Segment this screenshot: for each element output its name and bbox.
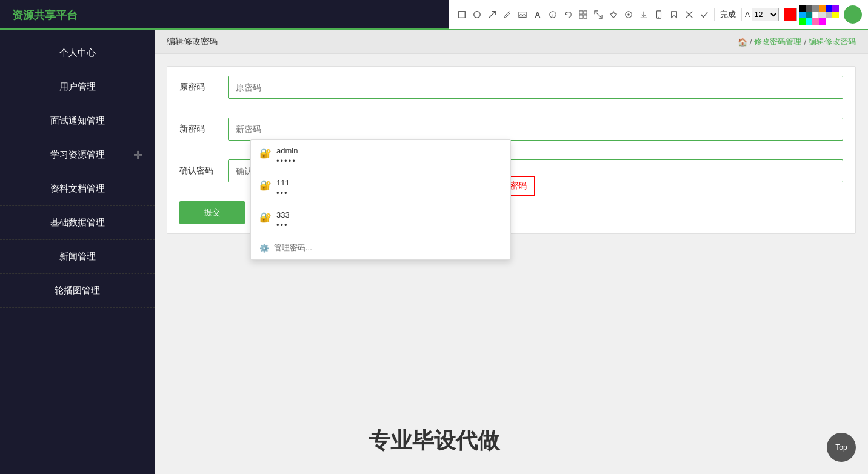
color-palette bbox=[799, 5, 839, 25]
autocomplete-dropdown: 🔐 admin ••••• 🔐 111 ••• 🔐 333 ••• ⚙️ 管理密… bbox=[250, 139, 511, 260]
svg-rect-7 bbox=[579, 11, 583, 14]
manage-label: 管理密码... bbox=[274, 242, 312, 253]
color-orange[interactable] bbox=[819, 5, 826, 12]
top-button[interactable]: Top bbox=[827, 433, 856, 462]
svg-point-13 bbox=[627, 13, 630, 16]
toolbar-pin-icon[interactable] bbox=[607, 8, 620, 21]
annotation-toolbar: A i 完成 A 12 bbox=[449, 0, 868, 30]
breadcrumb-home[interactable]: 🏠 bbox=[738, 38, 747, 47]
color-cyan[interactable] bbox=[799, 12, 806, 18]
color-blue[interactable] bbox=[826, 5, 832, 12]
autocomplete-name-333: 333 bbox=[276, 210, 502, 219]
input-original-password[interactable] bbox=[228, 76, 843, 99]
breadcrumb-current: 编辑修改密码 bbox=[809, 36, 856, 47]
user-avatar[interactable] bbox=[844, 5, 862, 24]
toolbar-text-icon[interactable]: A bbox=[531, 8, 544, 21]
shield-icon-admin: 🔐 bbox=[259, 147, 272, 159]
color-green[interactable] bbox=[799, 18, 806, 25]
color-lightgray[interactable] bbox=[819, 12, 826, 18]
page-title: 编辑修改密码 bbox=[167, 36, 218, 47]
color-aqua[interactable] bbox=[806, 18, 812, 25]
autocomplete-dots-333: ••• bbox=[276, 221, 502, 230]
sidebar-item-learning[interactable]: 学习资源管理 ✛ bbox=[0, 138, 155, 172]
font-size-select[interactable]: 12 14 16 18 bbox=[752, 8, 779, 21]
color-magenta[interactable] bbox=[819, 18, 826, 25]
sidebar-item-basedata[interactable]: 基础数据管理 bbox=[0, 206, 155, 240]
autocomplete-manage[interactable]: ⚙️ 管理密码... bbox=[251, 236, 510, 259]
sidebar: 个人中心 用户管理 面试通知管理 学习资源管理 ✛ 资料文档管理 基础数据管理 … bbox=[0, 30, 155, 474]
sidebar-item-carousel[interactable]: 轮播图管理 bbox=[0, 274, 155, 308]
breadcrumb-sep2: / bbox=[804, 38, 806, 47]
autocomplete-name-admin: admin bbox=[276, 146, 502, 155]
color-white[interactable] bbox=[812, 12, 819, 18]
sidebar-item-documents[interactable]: 资料文档管理 bbox=[0, 172, 155, 206]
input-new-password[interactable] bbox=[228, 118, 843, 141]
font-label: A bbox=[745, 10, 750, 19]
toolbar-rect-icon[interactable] bbox=[455, 8, 469, 21]
color-yellow[interactable] bbox=[832, 12, 839, 18]
color-silver[interactable] bbox=[826, 12, 832, 18]
svg-rect-10 bbox=[584, 15, 587, 18]
toolbar-resize-icon[interactable] bbox=[592, 8, 605, 21]
svg-line-3 bbox=[509, 12, 510, 13]
autocomplete-item-admin[interactable]: 🔐 admin ••••• bbox=[251, 140, 510, 172]
color-black[interactable] bbox=[799, 5, 806, 12]
svg-rect-8 bbox=[584, 11, 587, 14]
breadcrumb-nav: 🏠 / 修改密码管理 / 编辑修改密码 bbox=[738, 36, 856, 47]
sidebar-item-interview[interactable]: 面试通知管理 bbox=[0, 104, 155, 138]
color-purple[interactable] bbox=[832, 5, 839, 12]
label-original: 原密码 bbox=[179, 82, 228, 93]
shield-icon-111: 🔐 bbox=[259, 179, 272, 191]
toolbar-image-icon[interactable] bbox=[516, 8, 529, 21]
submit-button[interactable]: 提交 bbox=[179, 201, 245, 224]
color-gray[interactable] bbox=[812, 5, 819, 12]
svg-point-1 bbox=[474, 12, 481, 18]
toolbar-undo-icon[interactable] bbox=[561, 8, 575, 21]
label-new: 新密码 bbox=[179, 124, 228, 135]
color-red-swatch[interactable] bbox=[784, 8, 797, 21]
color-pink[interactable] bbox=[812, 18, 819, 25]
color-darkgray[interactable] bbox=[806, 5, 812, 12]
form-row-original: 原密码 bbox=[167, 67, 855, 108]
autocomplete-item-111[interactable]: 🔐 111 ••• bbox=[251, 172, 510, 204]
svg-point-16 bbox=[658, 17, 659, 18]
gear-icon: ⚙️ bbox=[259, 244, 269, 253]
expand-icon: ✛ bbox=[133, 149, 142, 162]
toolbar-pencil-icon[interactable] bbox=[501, 8, 514, 21]
toolbar-phone-icon[interactable] bbox=[652, 8, 666, 21]
breadcrumb-bar: 编辑修改密码 🏠 / 修改密码管理 / 编辑修改密码 bbox=[155, 30, 868, 54]
svg-rect-9 bbox=[579, 15, 583, 18]
autocomplete-item-333[interactable]: 🔐 333 ••• bbox=[251, 204, 510, 236]
toolbar-separator2 bbox=[741, 8, 742, 21]
site-title: 资源共享平台 bbox=[12, 8, 78, 22]
toolbar-circle-icon[interactable] bbox=[470, 8, 484, 21]
done-button[interactable]: 完成 bbox=[718, 9, 738, 20]
autocomplete-dots-111: ••• bbox=[276, 189, 502, 198]
svg-rect-4 bbox=[519, 12, 526, 18]
toolbar-arrow-icon[interactable] bbox=[486, 8, 499, 21]
sidebar-item-personal[interactable]: 个人中心 bbox=[0, 36, 155, 70]
toolbar-check-icon[interactable] bbox=[698, 8, 711, 21]
toolbar-separator bbox=[714, 8, 715, 21]
label-confirm: 确认密码 bbox=[179, 165, 228, 176]
toolbar-info-icon[interactable]: i bbox=[546, 8, 559, 21]
svg-line-2 bbox=[489, 12, 496, 18]
svg-text:i: i bbox=[552, 13, 553, 18]
svg-line-11 bbox=[595, 11, 602, 18]
autocomplete-dots-admin: ••••• bbox=[276, 156, 502, 165]
toolbar-bookmark-icon[interactable] bbox=[667, 8, 681, 21]
toolbar-download-icon[interactable] bbox=[637, 8, 650, 21]
sidebar-item-users[interactable]: 用户管理 bbox=[0, 70, 155, 104]
toolbar-grid-icon[interactable] bbox=[576, 8, 590, 21]
breadcrumb-link-password[interactable]: 修改密码管理 bbox=[754, 36, 801, 47]
autocomplete-name-111: 111 bbox=[276, 178, 502, 187]
font-size-control: A 12 14 16 18 bbox=[745, 8, 779, 21]
breadcrumb-sep1: / bbox=[750, 38, 752, 47]
watermark-text: 专业毕设代做 bbox=[369, 426, 499, 456]
color-teal[interactable] bbox=[806, 12, 812, 18]
svg-rect-0 bbox=[459, 12, 466, 18]
shield-icon-333: 🔐 bbox=[259, 212, 272, 223]
toolbar-close-icon[interactable] bbox=[683, 8, 696, 21]
sidebar-item-news[interactable]: 新闻管理 bbox=[0, 240, 155, 274]
toolbar-target-icon[interactable] bbox=[622, 8, 635, 21]
